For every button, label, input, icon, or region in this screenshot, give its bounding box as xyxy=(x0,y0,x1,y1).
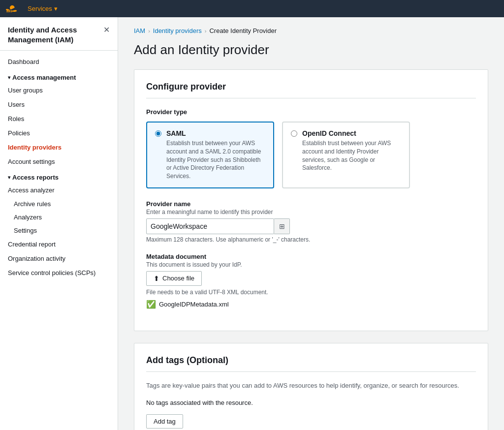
provider-openid-desc: Establish trust between your AWS account… xyxy=(302,139,401,172)
sidebar-item-account-settings[interactable]: Account settings xyxy=(0,154,118,169)
provider-name-label: Provider name xyxy=(146,200,476,208)
provider-saml-radio[interactable] xyxy=(155,130,161,137)
file-name: GoogleIDPMetadata.xml xyxy=(159,301,229,308)
metadata-group: Metadata document This document is issue… xyxy=(146,253,476,309)
sidebar-item-archive-rules[interactable]: Archive rules xyxy=(0,197,118,211)
provider-name-icon[interactable]: ⊞ xyxy=(274,218,290,234)
main-content: IAM › Identity providers › Create Identi… xyxy=(118,17,504,430)
provider-name-input[interactable] xyxy=(146,218,274,234)
arrow-icon: ▾ xyxy=(8,75,10,80)
provider-name-input-row: ⊞ xyxy=(146,218,476,234)
sidebar-item-credential-report[interactable]: Credential report xyxy=(0,237,118,251)
metadata-label: Metadata document xyxy=(146,253,476,260)
services-button[interactable]: Services ▾ xyxy=(28,5,58,12)
page-title: Add an Identity provider xyxy=(134,42,488,58)
provider-name-char-hint: Maximum 128 characters. Use alphanumeric… xyxy=(146,236,476,243)
no-tags-text: No tags associated with the resource. xyxy=(146,399,476,406)
configure-section-title: Configure provider xyxy=(146,82,476,92)
sidebar-item-access-analyzer[interactable]: Access analyzer xyxy=(0,183,118,197)
sidebar-navigation: Dashboard ▾ Access management User group… xyxy=(0,51,118,284)
tags-divider xyxy=(146,371,476,372)
provider-type-label: Provider type xyxy=(146,108,476,116)
top-navigation: aws Services ▾ xyxy=(0,0,504,17)
sidebar-item-organization-activity[interactable]: Organization activity xyxy=(0,251,118,266)
file-hint: File needs to be a valid UTF-8 XML docum… xyxy=(146,289,476,296)
sidebar-item-dashboard[interactable]: Dashboard xyxy=(0,55,118,69)
tags-description: Tags are key-value pairs that you can ad… xyxy=(146,382,476,389)
provider-saml-name: SAML xyxy=(166,129,265,137)
sidebar-header: Identity and Access Management (IAM) ✕ xyxy=(0,17,118,51)
provider-name-hint: Enter a meaningful name to identify this… xyxy=(146,209,476,215)
sidebar-item-user-groups[interactable]: User groups xyxy=(0,83,118,97)
sidebar-item-scps[interactable]: Service control policies (SCPs) xyxy=(0,266,118,280)
provider-saml-option[interactable]: SAML Establish trust between your AWS ac… xyxy=(146,122,274,188)
breadcrumb-sep-2: › xyxy=(205,28,207,34)
breadcrumb-current: Create Identity Provider xyxy=(209,27,277,34)
choose-file-label: Choose file xyxy=(162,275,194,282)
sidebar-item-users[interactable]: Users xyxy=(0,97,118,112)
sidebar: Identity and Access Management (IAM) ✕ D… xyxy=(0,17,118,430)
breadcrumb: IAM › Identity providers › Create Identi… xyxy=(134,27,488,34)
provider-openid-name: OpenID Connect xyxy=(302,129,401,137)
sidebar-title: Identity and Access Management (IAM) xyxy=(8,25,103,44)
provider-saml-content: SAML Establish trust between your AWS ac… xyxy=(166,129,265,181)
services-arrow-icon: ▾ xyxy=(54,5,58,12)
breadcrumb-identity-providers[interactable]: Identity providers xyxy=(153,27,202,34)
choose-file-button[interactable]: ⬆ Choose file xyxy=(146,271,202,286)
provider-openid-content: OpenID Connect Establish trust between y… xyxy=(302,129,401,172)
tags-title: Add tags (Optional) xyxy=(146,355,476,366)
provider-openid-radio[interactable] xyxy=(291,130,297,137)
provider-name-group: Provider name Enter a meaningful name to… xyxy=(146,200,476,243)
section-divider xyxy=(146,98,476,98)
sidebar-item-roles[interactable]: Roles xyxy=(0,112,118,126)
sidebar-item-analyzers[interactable]: Analyzers xyxy=(0,211,118,224)
sidebar-item-settings[interactable]: Settings xyxy=(0,224,118,237)
provider-options: SAML Establish trust between your AWS ac… xyxy=(146,122,476,188)
sidebar-section-label-text: Access management xyxy=(12,74,76,81)
sidebar-item-policies[interactable]: Policies xyxy=(0,126,118,140)
sidebar-section-access-management[interactable]: ▾ Access management xyxy=(0,69,118,83)
file-success: ✅ GoogleIDPMetadata.xml xyxy=(146,300,476,309)
services-label: Services xyxy=(28,5,52,12)
provider-openid-option[interactable]: OpenID Connect Establish trust between y… xyxy=(282,122,410,188)
metadata-hint: This document is issued by your IdP. xyxy=(146,261,476,268)
arrow-icon-2: ▾ xyxy=(8,175,10,180)
svg-text:aws: aws xyxy=(6,9,13,13)
add-tag-button[interactable]: Add tag xyxy=(146,414,183,429)
sidebar-item-identity-providers[interactable]: Identity providers xyxy=(0,140,118,154)
breadcrumb-sep-1: › xyxy=(148,28,150,34)
configure-provider-card: Configure provider Provider type SAML Es… xyxy=(134,69,488,331)
tags-card: Add tags (Optional) Tags are key-value p… xyxy=(134,343,488,430)
breadcrumb-iam[interactable]: IAM xyxy=(134,27,145,34)
sidebar-close-button[interactable]: ✕ xyxy=(103,25,110,34)
provider-saml-desc: Establish trust between your AWS account… xyxy=(166,139,265,181)
aws-logo: aws xyxy=(6,4,22,14)
upload-icon: ⬆ xyxy=(154,275,159,282)
sidebar-section-access-reports[interactable]: ▾ Access reports xyxy=(0,169,118,183)
sidebar-section-label-text-2: Access reports xyxy=(12,174,59,181)
success-icon: ✅ xyxy=(146,300,156,309)
